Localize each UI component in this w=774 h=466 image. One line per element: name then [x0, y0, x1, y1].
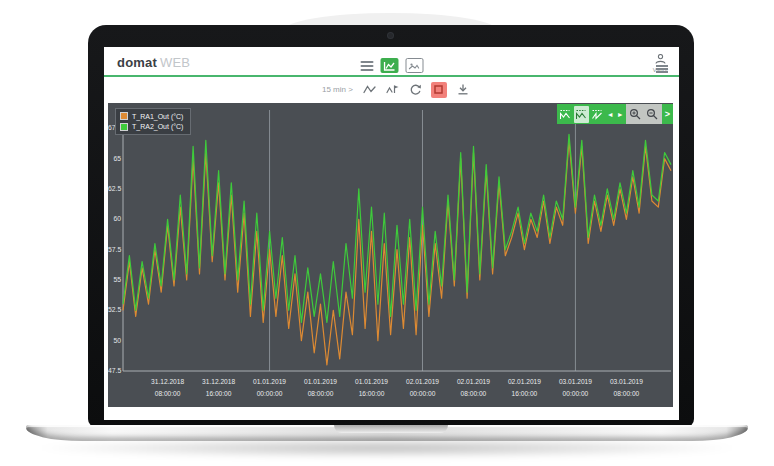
x-tick-label: 02.01.201908:00:00	[445, 376, 501, 400]
hamburger-icon	[360, 61, 373, 63]
plot-area	[108, 103, 673, 407]
pan-left-button[interactable]: ◄	[606, 106, 615, 123]
download-icon	[457, 84, 469, 95]
brand-suffix: WEB	[160, 55, 190, 70]
screen: domatWEB	[104, 47, 679, 420]
pan-right-button[interactable]: ►	[616, 106, 625, 123]
legend-swatch-green	[120, 123, 128, 131]
signal-curve-icon	[363, 84, 376, 95]
view-toggle-group	[360, 58, 423, 73]
line-chart-icon	[383, 61, 395, 71]
app-header: domatWEB	[104, 47, 679, 76]
curve-edit-icon	[386, 84, 399, 95]
y-tick-label: 55	[108, 276, 121, 283]
chart-legend: T_RA1_Out (°C) T_RA2_Out (°C)	[115, 108, 191, 135]
download-button[interactable]	[457, 84, 469, 95]
zoom-in-button[interactable]	[628, 106, 643, 123]
toolbar-group: 15 min >	[322, 77, 469, 102]
x-tick-label: 03.01.201900:00:00	[547, 376, 603, 400]
chart-mode-pan-button[interactable]	[590, 106, 605, 123]
zoom-in-icon	[629, 108, 641, 120]
chart-zoom-toolbar: ◄ ►	[557, 104, 673, 124]
x-tick-label: 02.01.201900:00:00	[394, 376, 450, 400]
stop-button[interactable]	[431, 82, 447, 98]
legend-label: T_RA2_Out (°C)	[132, 123, 183, 130]
x-tick-label: 01.01.201900:00:00	[242, 376, 298, 400]
brand-logo: domatWEB	[117, 55, 190, 70]
chart-mode-x-icon	[560, 109, 570, 120]
interval-selector[interactable]: 15 min >	[322, 85, 353, 94]
laptop-notch	[334, 425, 448, 433]
legend-swatch-orange	[120, 112, 128, 120]
zoom-out-button[interactable]	[645, 106, 660, 123]
user-icon	[655, 54, 666, 64]
image-icon	[409, 62, 420, 70]
x-tick-label: 01.01.201908:00:00	[293, 376, 349, 400]
x-tick-label: 02.01.201916:00:00	[496, 376, 552, 400]
x-tick-label: 01.01.201916:00:00	[344, 376, 400, 400]
chart-mode-zoom-xy-button[interactable]	[574, 106, 589, 123]
chart-mode-pan-icon	[592, 109, 602, 120]
chart-control-toolbar: 15 min >	[104, 77, 679, 102]
legend-item-ra1[interactable]: T_RA1_Out (°C)	[120, 112, 183, 120]
webcam-icon	[388, 33, 393, 38]
y-tick-label: 50	[108, 337, 121, 344]
zoom-out-icon	[646, 108, 658, 120]
refresh-icon	[409, 84, 421, 96]
refresh-button[interactable]	[409, 84, 421, 96]
y-tick-label: 52.5	[108, 306, 121, 313]
y-tick-label: 60	[108, 215, 121, 222]
legend-label: T_RA1_Out (°C)	[132, 113, 183, 120]
stop-icon	[434, 85, 443, 94]
image-view-tab[interactable]	[405, 58, 423, 73]
legend-item-ra2[interactable]: T_RA2_Out (°C)	[120, 123, 183, 131]
y-tick-label: 65	[108, 155, 121, 162]
y-tick-label: 57.5	[108, 246, 121, 253]
x-tick-label: 31.12.201808:00:00	[140, 376, 196, 400]
chart-view-tab[interactable]	[380, 58, 398, 73]
brand-name: domat	[117, 55, 157, 70]
curve-edit-button[interactable]	[386, 84, 399, 95]
list-icon	[656, 65, 668, 67]
toolbar-expand-button[interactable]: >	[663, 109, 672, 119]
x-tick-label: 03.01.201908:00:00	[598, 376, 654, 400]
chart-mode-xy-icon	[576, 109, 586, 120]
y-tick-label: 62.5	[108, 185, 121, 192]
menu-button[interactable]	[360, 61, 373, 71]
x-tick-label: 31.12.201816:00:00	[191, 376, 247, 400]
series-line	[123, 134, 671, 322]
laptop-shadow	[30, 438, 744, 458]
signal-curve-button[interactable]	[363, 84, 376, 95]
y-tick-label: 47.5	[108, 367, 121, 374]
zoom-segment	[626, 104, 662, 124]
series-line	[123, 140, 671, 365]
chart-panel[interactable]: 67.56562.56057.55552.55047.5 31.12.20180…	[108, 103, 673, 407]
chart-mode-zoom-x-button[interactable]	[558, 106, 573, 123]
